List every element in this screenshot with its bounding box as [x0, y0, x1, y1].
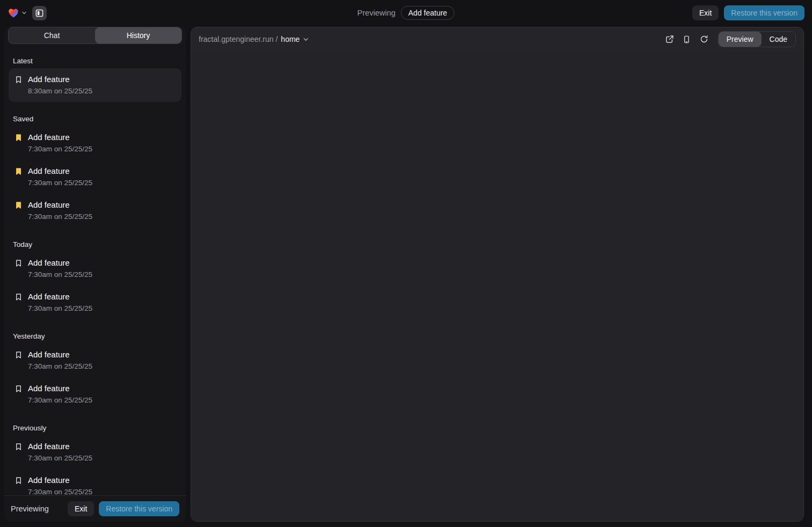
history-section: Yesterday Add feature 7:30am on 25/25/25… — [9, 332, 182, 411]
history-item-timestamp: 8:30am on 25/25/25 — [28, 86, 92, 96]
refresh-button[interactable] — [697, 32, 712, 47]
history-section: Saved Add feature 7:30am on 25/25/25 Add… — [9, 115, 182, 228]
chevron-down-icon — [21, 10, 27, 16]
history-section-title: Latest — [13, 57, 177, 65]
bookmark-outline-icon — [15, 351, 23, 359]
chevron-down-icon — [303, 36, 309, 42]
bookmark-outline-icon — [15, 259, 23, 267]
tab-code[interactable]: Code — [762, 32, 795, 47]
history-item[interactable]: Add feature 7:30am on 25/25/25 — [9, 194, 182, 228]
preview-url-page: home — [281, 35, 300, 43]
app-window: Previewing Add feature Exit Restore this… — [0, 0, 812, 527]
preview-code-switcher: Preview Code — [718, 31, 796, 47]
history-item[interactable]: Add feature 7:30am on 25/25/25 — [9, 435, 182, 469]
history-item[interactable]: Add feature 7:30am on 25/25/25 — [9, 160, 182, 194]
mobile-device-icon — [683, 35, 691, 43]
refresh-icon — [700, 35, 708, 43]
history-item-timestamp: 7:30am on 25/25/25 — [28, 487, 92, 495]
sidebar-tab-switcher: Chat History — [8, 27, 182, 44]
history-section-title: Previously — [13, 424, 177, 432]
tab-chat[interactable]: Chat — [9, 27, 95, 43]
history-section-title: Yesterday — [13, 332, 177, 340]
bookmark-outline-icon — [15, 477, 23, 485]
previewing-label: Previewing — [357, 9, 395, 17]
preview-header: fractal.gptengineer.run / home — [191, 27, 803, 51]
history-section: Previously Add feature 7:30am on 25/25/2… — [9, 424, 182, 495]
history-item-title: Add feature — [28, 441, 92, 452]
history-item[interactable]: Add feature 7:30am on 25/25/25 — [9, 343, 182, 377]
bookmark-filled-icon — [15, 201, 23, 209]
footer-previewing-label: Previewing — [11, 504, 49, 513]
tab-history[interactable]: History — [95, 27, 182, 43]
version-badge: Add feature — [401, 6, 454, 20]
history-item-title: Add feature — [28, 166, 92, 177]
sidebar-toggle-button[interactable] — [32, 6, 47, 20]
footer-exit-button[interactable]: Exit — [68, 501, 94, 516]
preview-viewport[interactable] — [191, 51, 803, 521]
panel-left-icon — [35, 9, 44, 17]
bookmark-outline-icon — [15, 385, 23, 393]
open-external-button[interactable] — [662, 32, 677, 47]
bookmark-filled-icon — [15, 167, 23, 175]
bookmark-outline-icon — [15, 293, 23, 301]
history-item[interactable]: Add feature 7:30am on 25/25/25 — [9, 286, 182, 319]
history-item-timestamp: 7:30am on 25/25/25 — [28, 144, 92, 154]
preview-url-prefix: fractal.gptengineer.run / — [199, 35, 278, 43]
history-item-title: Add feature — [28, 475, 92, 486]
sidebar-footer: Previewing Exit Restore this version — [4, 495, 186, 522]
history-item-title: Add feature — [28, 383, 92, 394]
history-item-timestamp: 7:30am on 25/25/25 — [28, 396, 92, 405]
exit-button[interactable]: Exit — [692, 5, 719, 20]
mobile-view-button[interactable] — [679, 32, 694, 47]
history-item-timestamp: 7:30am on 25/25/25 — [28, 362, 92, 371]
tab-preview[interactable]: Preview — [719, 32, 762, 47]
history-item-title: Add feature — [28, 291, 92, 302]
history-item-timestamp: 7:30am on 25/25/25 — [28, 453, 92, 463]
history-item-title: Add feature — [28, 349, 92, 360]
preview-panel: fractal.gptengineer.run / home — [191, 27, 804, 522]
history-list[interactable]: Latest Add feature 8:30am on 25/25/25 Sa… — [4, 44, 186, 495]
bookmark-outline-icon — [15, 443, 23, 451]
history-item-title: Add feature — [28, 132, 92, 143]
bookmark-outline-icon — [15, 76, 23, 84]
external-link-icon — [665, 35, 674, 43]
history-item-timestamp: 7:30am on 25/25/25 — [28, 212, 92, 222]
history-item-title: Add feature — [28, 200, 92, 210]
history-section: Today Add feature 7:30am on 25/25/25 Add… — [9, 240, 182, 319]
history-item-timestamp: 7:30am on 25/25/25 — [28, 178, 92, 188]
history-item-title: Add feature — [28, 258, 92, 268]
heart-logo-icon — [8, 7, 19, 19]
history-sidebar: Chat History Latest Add feature 8:30am o… — [4, 27, 186, 522]
history-item[interactable]: Add feature 7:30am on 25/25/25 — [9, 126, 182, 160]
history-item-timestamp: 7:30am on 25/25/25 — [28, 270, 92, 280]
footer-restore-version-button[interactable]: Restore this version — [99, 501, 179, 516]
history-item[interactable]: Add feature 7:30am on 25/25/25 — [9, 252, 182, 286]
history-item[interactable]: Add feature 7:30am on 25/25/25 — [9, 377, 182, 411]
restore-version-button[interactable]: Restore this version — [724, 5, 804, 20]
history-section-title: Today — [13, 240, 177, 248]
preview-url-selector[interactable]: fractal.gptengineer.run / home — [199, 35, 309, 43]
history-item[interactable]: Add feature 7:30am on 25/25/25 — [9, 469, 182, 495]
top-header: Previewing Add feature Exit Restore this… — [0, 0, 812, 26]
history-item-title: Add feature — [28, 74, 92, 85]
history-section: Latest Add feature 8:30am on 25/25/25 — [9, 57, 182, 102]
app-logo-menu[interactable] — [8, 7, 27, 19]
bookmark-filled-icon — [15, 134, 23, 142]
history-item-timestamp: 7:30am on 25/25/25 — [28, 304, 92, 313]
history-section-title: Saved — [13, 115, 177, 123]
history-item[interactable]: Add feature 8:30am on 25/25/25 — [9, 68, 182, 102]
